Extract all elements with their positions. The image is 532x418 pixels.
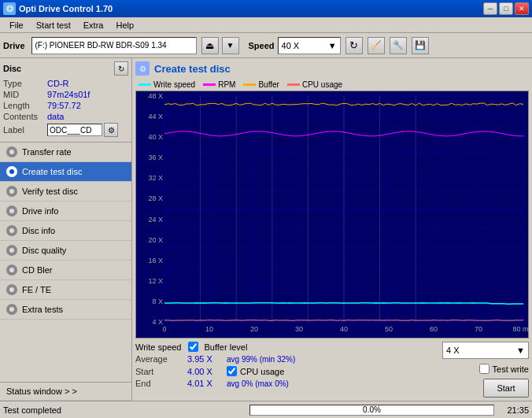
disc-refresh-icon: ↻: [118, 65, 124, 73]
menu-start-test[interactable]: Start test: [30, 19, 77, 31]
disc-type-label: Type: [3, 79, 47, 88]
buffer-level-checkbox[interactable]: [188, 342, 198, 352]
disc-type-value: CD-R: [47, 79, 69, 88]
end-extra: avg 0% (max 0%): [227, 379, 289, 388]
status-bar: Test completed 0.0% 21:35: [0, 401, 532, 418]
content-icon: ⚙: [135, 61, 150, 76]
speed-value: 40 X: [282, 41, 300, 50]
save-button[interactable]: 💾: [412, 37, 429, 54]
status-window-label: Status window > >: [6, 387, 77, 396]
sidebar-item-disc-quality[interactable]: Disc quality: [0, 241, 131, 261]
write-speed-label: Write speed: [135, 342, 182, 352]
legend-color-rpm: [203, 83, 216, 86]
legend-color-buffer: [243, 83, 256, 86]
drive-arrow-down[interactable]: ▼: [222, 37, 239, 54]
nav-dot-extra-tests: [6, 304, 17, 315]
disc-label-label: Label: [3, 125, 47, 135]
eraser-button[interactable]: 🧹: [368, 37, 385, 54]
nav-label-extra-tests: Extra tests: [22, 305, 63, 314]
stats-area: Write speed Buffer level Average 3.95 X …: [135, 342, 428, 398]
sidebar-item-verify-test-disc[interactable]: Verify test disc: [0, 182, 131, 202]
cpu-usage-checkbox[interactable]: [227, 366, 237, 376]
test-write-checkbox[interactable]: [479, 364, 490, 374]
start-button[interactable]: Start: [483, 379, 529, 398]
legend-color-write-speed: [139, 83, 151, 86]
average-value: 3.95 X: [187, 354, 222, 364]
chart-canvas: [136, 91, 528, 338]
sidebar-item-drive-info[interactable]: Drive info: [0, 202, 131, 221]
end-label: End: [135, 379, 183, 388]
tool-button[interactable]: 🔧: [390, 37, 407, 54]
end-value: 4.01 X: [187, 379, 222, 388]
disc-refresh-button[interactable]: ↻: [114, 61, 128, 76]
speed-combo[interactable]: 4 X ▼: [442, 342, 529, 359]
status-progress-bar: 0.0%: [249, 405, 494, 416]
sidebar-item-cd-bler[interactable]: CD Bler: [0, 261, 131, 280]
disc-mid-value: 97m24s01f: [47, 90, 90, 99]
content-title: Create test disc: [154, 63, 231, 75]
close-button[interactable]: ✕: [515, 2, 529, 15]
menu-help[interactable]: Help: [109, 19, 140, 31]
sidebar: Disc ↻ Type CD-R MID 97m24s01f Length 79…: [0, 58, 132, 401]
speed-select[interactable]: 40 X ▼: [278, 37, 341, 54]
disc-title: Disc: [3, 64, 21, 73]
status-window-button[interactable]: Status window > >: [0, 383, 131, 401]
start-label: Start: [497, 383, 515, 393]
app-title: Opti Drive Control 1.70: [19, 4, 113, 13]
chart-container: [135, 91, 529, 338]
nav-label-disc-info: Disc info: [22, 226, 55, 235]
right-controls: 4 X ▼ Test write Start: [434, 342, 529, 398]
nav-label-create-test-disc: Create test disc: [22, 167, 82, 176]
nav-dot-disc-quality: [6, 245, 17, 256]
disc-length-label: Length: [3, 101, 47, 110]
dropdown-icon: ▼: [227, 41, 235, 50]
eject-button[interactable]: ⏏: [201, 37, 219, 54]
nav-label-cd-bler: CD Bler: [22, 265, 53, 275]
menu-extra[interactable]: Extra: [77, 19, 110, 31]
drive-label: Drive: [3, 41, 25, 50]
sidebar-item-extra-tests[interactable]: Extra tests: [0, 300, 131, 320]
status-text: Test completed: [3, 405, 246, 415]
nav-dot-disc-info: [6, 225, 17, 236]
disc-contents-value: data: [47, 112, 64, 121]
nav-items: Transfer rate Create test disc Verify te…: [0, 142, 131, 382]
speed-dropdown-icon: ▼: [328, 41, 337, 50]
sidebar-item-create-test-disc[interactable]: Create test disc: [0, 162, 131, 182]
speed-combo-value: 4 X: [446, 346, 460, 355]
legend-rpm: RPM: [203, 80, 235, 89]
drive-bar: Drive (F:) PIONEER BD-RW BDR-S09 1.34 ⏏ …: [0, 33, 532, 58]
drive-select[interactable]: (F:) PIONEER BD-RW BDR-S09 1.34: [31, 37, 197, 54]
eraser-icon: 🧹: [371, 40, 382, 50]
progress-label: 0.0%: [250, 405, 493, 415]
disc-contents-label: Contents: [3, 112, 47, 121]
restore-button[interactable]: □: [499, 2, 513, 15]
average-label: Average: [135, 354, 183, 364]
sidebar-item-fe-te[interactable]: FE / TE: [0, 280, 131, 300]
nav-dot-drive-info: [6, 205, 17, 216]
minimize-button[interactable]: ─: [483, 2, 497, 15]
disc-length-value: 79:57.72: [47, 101, 81, 110]
nav-label-disc-quality: Disc quality: [22, 246, 66, 255]
menu-file[interactable]: File: [3, 19, 30, 31]
main-area: Disc ↻ Type CD-R MID 97m24s01f Length 79…: [0, 58, 532, 401]
nav-label-drive-info: Drive info: [22, 206, 58, 216]
nav-dot-fe-te: [6, 284, 17, 295]
legend-buffer: Buffer: [243, 80, 279, 89]
legend-label-buffer: Buffer: [258, 80, 279, 89]
buffer-level-label: Buffer level: [205, 342, 248, 352]
app-icon: 💿: [3, 2, 16, 15]
nav-dot-create-test-disc: [6, 166, 17, 177]
disc-section: Disc ↻ Type CD-R MID 97m24s01f Length 79…: [0, 58, 131, 142]
chart-wrapper: [135, 91, 529, 338]
refresh-icon: ↻: [349, 39, 358, 51]
label-settings-button[interactable]: ⚙: [104, 123, 118, 137]
test-write-row: Test write: [479, 364, 529, 374]
nav-dot-verify-test-disc: [6, 186, 17, 197]
sidebar-item-transfer-rate[interactable]: Transfer rate: [0, 142, 131, 162]
refresh-button[interactable]: ↻: [345, 37, 363, 54]
nav-dot-cd-bler: [6, 264, 17, 276]
legend-label-rpm: RPM: [218, 80, 235, 89]
disc-label-input[interactable]: [47, 124, 102, 136]
tool-icon: 🔧: [393, 40, 404, 50]
sidebar-item-disc-info[interactable]: Disc info: [0, 221, 131, 241]
